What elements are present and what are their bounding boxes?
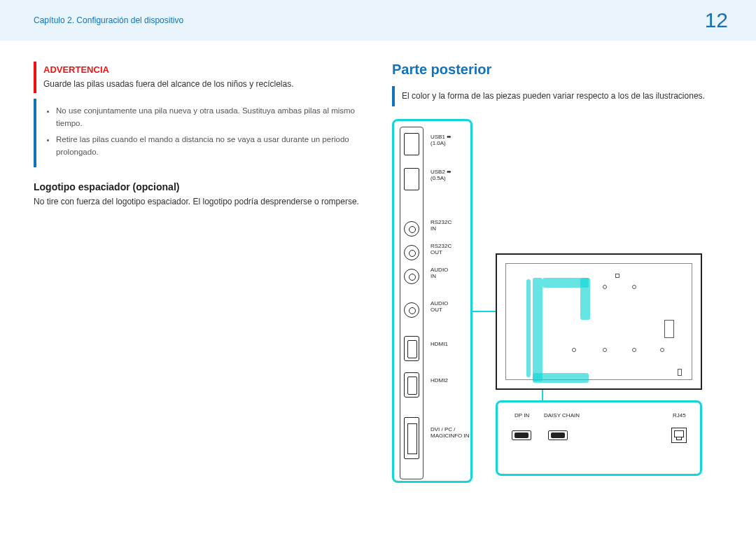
note-item: Retire las pilas cuando el mando a dista… xyxy=(56,133,356,159)
rs232c-out-label: RS232COUT xyxy=(430,243,451,256)
port-panel: USB1 ⬌(1.0A) USB2 ⬌(0.5A) RS232CIN RS232… xyxy=(392,119,472,483)
usb1-label: USB1 ⬌(1.0A) xyxy=(430,134,451,147)
mount-hole-icon xyxy=(660,348,664,352)
note-item: No use conjuntamente una pila nueva y ot… xyxy=(56,104,356,130)
callout-line xyxy=(542,390,543,400)
logo-body: No tire con fuerza del logotipo espaciad… xyxy=(34,195,364,208)
hdmi1-icon xyxy=(404,336,419,361)
mount-hole-icon xyxy=(632,285,636,289)
mount-hole-icon xyxy=(603,348,607,352)
section-title: Parte posterior xyxy=(392,62,722,78)
daisy-chain-icon xyxy=(548,430,568,440)
dp-in-label: DP IN xyxy=(514,412,529,419)
chapter-title: Capítulo 2. Configuración del dispositiv… xyxy=(34,15,183,25)
page-number: 12 xyxy=(705,8,728,32)
right-column: Parte posterior El color y la forma de l… xyxy=(392,62,722,497)
slot-icon xyxy=(615,274,620,278)
slot-icon xyxy=(678,369,682,376)
warning-title: ADVERTENCIA xyxy=(43,64,357,75)
port-highlight xyxy=(533,373,589,383)
usb1-port-icon xyxy=(404,133,419,155)
dp-in-icon xyxy=(512,430,531,440)
page-header: Capítulo 2. Configuración del dispositiv… xyxy=(0,0,756,41)
rs232c-in-icon xyxy=(404,221,419,237)
info-strip: El color y la forma de las piezas pueden… xyxy=(392,86,722,106)
hdmi1-label: HDMI1 xyxy=(430,341,448,348)
note-box: No use conjuntamente una pila nueva y ot… xyxy=(34,99,364,167)
content-area: ADVERTENCIA Guarde las pilas usadas fuer… xyxy=(0,41,756,518)
rear-diagram: USB1 ⬌(1.0A) USB2 ⬌(0.5A) RS232CIN RS232… xyxy=(392,119,722,497)
warning-text: Guarde las pilas usadas fuera del alcanc… xyxy=(43,78,357,90)
dvi-icon xyxy=(404,417,419,459)
daisy-chain-label: DAISY CHAIN xyxy=(544,412,580,419)
rj45-icon xyxy=(671,428,687,443)
mount-hole-icon xyxy=(603,285,607,289)
left-column: ADVERTENCIA Guarde las pilas usadas fuer… xyxy=(34,62,364,497)
hdmi2-icon xyxy=(404,372,419,398)
audio-in-icon xyxy=(404,269,419,284)
bottom-port-panel: DP IN DAISY CHAIN RJ45 xyxy=(496,400,702,476)
hdmi2-label: HDMI2 xyxy=(430,377,448,384)
port-highlight xyxy=(533,278,542,381)
monitor-inner xyxy=(505,263,692,380)
port-inner-strip xyxy=(400,127,424,479)
warning-box: ADVERTENCIA Guarde las pilas usadas fuer… xyxy=(34,62,364,93)
rj45-label: RJ45 xyxy=(673,412,686,419)
monitor-back-icon xyxy=(496,253,702,390)
logo-subhead: Logotipo espaciador (opcional) xyxy=(34,181,364,192)
rs232c-out-icon xyxy=(404,245,419,260)
port-highlight xyxy=(526,279,531,377)
usb2-label: USB2 ⬌(0.5A) xyxy=(430,169,451,182)
port-highlight xyxy=(580,278,590,320)
mount-hole-icon xyxy=(572,348,576,352)
audio-out-icon xyxy=(404,302,419,318)
dvi-label: DVI / PC /MAGICINFO IN xyxy=(430,426,470,440)
audio-out-label: AUDIOOUT xyxy=(430,300,448,314)
rs232c-in-label: RS232CIN xyxy=(430,219,451,232)
audio-in-label: AUDIOIN xyxy=(430,267,448,280)
slot-icon xyxy=(664,320,674,338)
mount-hole-icon xyxy=(632,348,636,352)
usb2-port-icon xyxy=(404,168,419,190)
